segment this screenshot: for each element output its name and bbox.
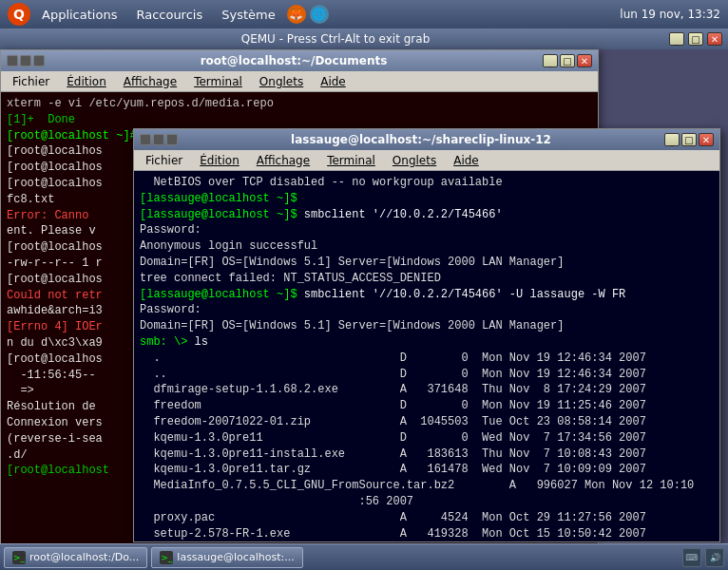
t2-file-dotdot: .. D 0 Mon Nov 19 12:46:34 2007 (140, 367, 714, 383)
t1-btn1[interactable] (7, 55, 18, 66)
t1-btn2[interactable] (20, 55, 31, 66)
t2-smb1: [lassauge@localhost ~]$ smbclient '//10.… (140, 207, 714, 223)
t1-menu-terminal[interactable]: Terminal (186, 73, 250, 90)
t2-menu-affichage[interactable]: Affichage (249, 152, 317, 169)
terminal1-title: root@localhost:~/Documents (45, 54, 543, 67)
t1-maximize[interactable]: □ (560, 54, 575, 67)
maximize-button[interactable]: □ (688, 32, 703, 46)
menu-applications[interactable]: Applications (34, 6, 125, 24)
firefox-icon[interactable]: 🦊 (287, 5, 306, 24)
taskbar-indicator-2: 🔊 (705, 548, 724, 567)
t2-menu-edition[interactable]: Édition (192, 152, 247, 169)
terminal2-menubar: Fichier Édition Affichage Terminal Ongle… (134, 150, 719, 171)
t2-file-media: MediaInfo_0.7.5.5_CLI_GNU_FromSource.tar… (140, 478, 714, 494)
t2-file-freedom: freedom D 0 Mon Nov 19 11:25:46 2007 (140, 398, 714, 414)
t1-subtitle: xterm -e vi /etc/yum.repos.d/media.repo (7, 96, 592, 112)
network-icon[interactable]: 🌐 (310, 5, 329, 24)
datetime-display: lun 19 nov, 13:32 (620, 8, 720, 21)
terminal2-title: lassauge@localhost:~/shareclip-linux-12 (178, 133, 664, 146)
t2-file-kqemu2: kqemu-1.3.0pre11-install.exe A 183613 Th… (140, 446, 714, 463)
t2-domain2: Domain=[FR] OS=[Windows 5.1] Server=[Win… (140, 318, 714, 334)
t2-file-kqemu1: kqemu-1.3.0pre11 D 0 Wed Nov 7 17:34:56 … (140, 430, 714, 446)
taskbar-label-terminal1: root@localhost:/Do... (29, 551, 139, 563)
taskbar-item-terminal1[interactable]: >_ root@localhost:/Do... (4, 547, 147, 568)
t2-domain1: Domain=[FR] OS=[Windows 5.1] Server=[Win… (140, 255, 714, 271)
t1-menu-affichage[interactable]: Affichage (116, 73, 184, 90)
terminal1-menubar: Fichier Édition Affichage Terminal Ongle… (1, 71, 598, 92)
t2-file-proxy: proxy.pac A 4524 Mon Oct 29 11:27:56 200… (140, 510, 714, 526)
t2-menu-fichier[interactable]: Fichier (138, 152, 190, 169)
t2-minimize[interactable]: _ (664, 133, 680, 146)
t2-maximize[interactable]: □ (681, 133, 697, 146)
t1-menu-onglets[interactable]: Onglets (252, 73, 311, 90)
terminal2-taskbar-icon: >_ (160, 551, 173, 564)
t2-btn1[interactable] (140, 134, 151, 145)
t2-menu-terminal[interactable]: Terminal (319, 152, 383, 169)
qemu-logo: Q (8, 3, 30, 26)
t1-close-btn[interactable]: ✕ (577, 54, 592, 67)
t2-file-freedom-zip: freedom-20071022-01.zip A 1045503 Tue Oc… (140, 414, 714, 430)
close-button[interactable]: ✕ (707, 32, 722, 46)
terminal1-titlebar: root@localhost:~/Documents _ □ ✕ (1, 50, 598, 71)
taskbar-item-terminal2[interactable]: >_ lassauge@localhost:... (151, 547, 302, 568)
t2-menu-aide[interactable]: Aide (446, 152, 487, 169)
t2-menu-onglets[interactable]: Onglets (385, 152, 444, 169)
t2-netbios: NetBIOS over TCP disabled -- no workgrou… (140, 175, 714, 191)
terminal2-window: lassauge@localhost:~/shareclip-linux-12 … (133, 128, 720, 542)
t1-close[interactable] (33, 55, 45, 66)
t2-file-dfmirage: dfmirage-setup-1.1.68.2.exe A 371648 Thu… (140, 382, 714, 398)
t1-menu-edition[interactable]: Édition (59, 73, 114, 90)
t2-btn2[interactable] (153, 134, 164, 145)
t2-password1: Password: (140, 222, 714, 238)
t2-file-media-cont: :56 2007 (140, 494, 714, 510)
t2-file-setup: setup-2.578-FR-1.exe A 419328 Mon Oct 15… (140, 526, 714, 542)
t2-smb2: [lassauge@localhost ~]$ smbclient '//10.… (140, 287, 714, 303)
t2-close[interactable]: ✕ (699, 133, 714, 146)
t2-ls-cmd: smb: \> ls (140, 334, 714, 351)
t2-password2: Password: (140, 302, 714, 318)
t2-prompt1: [lassauge@localhost ~]$ (140, 191, 714, 207)
t2-tree: tree connect failed: NT_STATUS_ACCESS_DE… (140, 271, 714, 287)
qemu-titlebar: QEMU - Press Ctrl-Alt to exit grab _ □ ✕ (0, 28, 728, 49)
t2-btn3[interactable] (166, 134, 178, 145)
minimize-button[interactable]: _ (669, 32, 684, 46)
terminal1-taskbar-icon: >_ (12, 551, 26, 564)
t2-anon: Anonymous login successful (140, 238, 714, 255)
terminal2-titlebar: lassauge@localhost:~/shareclip-linux-12 … (134, 129, 719, 150)
menu-systeme[interactable]: Système (214, 6, 282, 24)
t1-line-done: [1]+ Done (7, 112, 592, 128)
t1-menu-aide[interactable]: Aide (313, 73, 354, 90)
taskbar-indicator-1: ⌨ (682, 548, 701, 567)
t2-file-kqemu3: kqemu-1.3.0pre11.tar.gz A 161478 Wed Nov… (140, 462, 714, 478)
menu-raccourcis[interactable]: Raccourcis (128, 6, 210, 24)
taskbar-right: ⌨ 🔊 (682, 548, 724, 567)
terminal2-body[interactable]: NetBIOS over TCP disabled -- no workgrou… (134, 171, 719, 542)
t1-minimize[interactable]: _ (543, 54, 558, 67)
t2-file-dot: . D 0 Mon Nov 19 12:46:34 2007 (140, 351, 714, 367)
t1-menu-fichier[interactable]: Fichier (5, 73, 57, 90)
desktop-topbar: Q Applications Raccourcis Système 🦊 🌐 lu… (0, 0, 728, 28)
qemu-title: QEMU - Press Ctrl-Alt to exit grab (6, 32, 665, 46)
taskbar: >_ root@localhost:/Do... >_ lassauge@loc… (0, 543, 728, 570)
taskbar-label-terminal2: lassauge@localhost:... (177, 551, 294, 563)
